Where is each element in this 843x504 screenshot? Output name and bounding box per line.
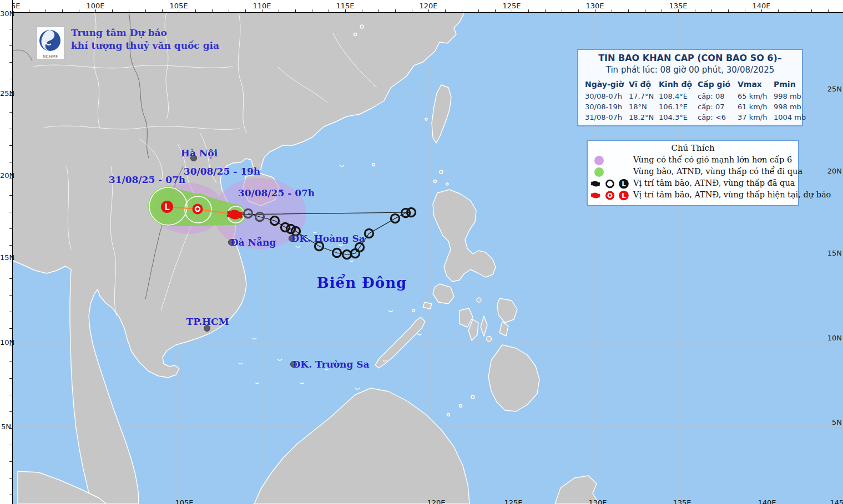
forecast-table-cell: 998 mb bbox=[774, 103, 801, 111]
forecast-table-cell: cấp: 08 bbox=[698, 92, 724, 100]
forecast-table-cell: cấp: 07 bbox=[698, 103, 724, 111]
forecast-table-cell: 1004 mb bbox=[774, 113, 806, 121]
forecast-table-header: Vmax bbox=[738, 80, 762, 89]
longitude-label: 140E bbox=[752, 2, 770, 10]
latitude-tick bbox=[9, 461, 12, 462]
land-islet bbox=[360, 25, 364, 28]
forecast-table-cell: 37 km/h bbox=[738, 113, 768, 121]
longitude-tick bbox=[245, 9, 246, 12]
forecast-table-cell: 18.2°N bbox=[629, 113, 654, 121]
longitude-tick bbox=[711, 9, 712, 12]
latitude-tick bbox=[9, 112, 12, 113]
longitude-tick bbox=[478, 9, 479, 12]
legend-item: Vị trí tâm bão, ATNĐ, vùng thấp đã qua bbox=[588, 178, 798, 190]
longitude-label-bottom: 135E bbox=[673, 498, 691, 504]
longitude-tick bbox=[129, 9, 129, 12]
legend-marker-icon bbox=[619, 179, 629, 189]
latitude-tick bbox=[9, 29, 12, 29]
city-label: ĐK. Hoàng Sa bbox=[291, 233, 365, 244]
latitude-tick bbox=[9, 362, 12, 362]
forecast-table-cell: cấp: <6 bbox=[698, 113, 726, 121]
latitude-label: 20N bbox=[0, 171, 11, 180]
forecast-table-cell: 998 mb bbox=[774, 92, 801, 100]
current-storm-center bbox=[229, 211, 241, 218]
agency-branding: NCHMF Trung tâm Dự báo khí tượng thuỷ vă… bbox=[37, 27, 219, 60]
latitude-tick bbox=[9, 395, 12, 395]
legend-marker-icon bbox=[592, 193, 599, 197]
latitude-tick bbox=[9, 278, 12, 279]
longitude-tick bbox=[362, 9, 362, 12]
forecast-table-cell: 30/08-19h bbox=[585, 103, 622, 111]
nchmf-logo: NCHMF bbox=[37, 27, 64, 60]
latitude-label-right: 5N bbox=[832, 418, 842, 426]
city-label: ĐK. Trường Sa bbox=[292, 359, 370, 370]
green-area-swatch bbox=[594, 167, 604, 177]
longitude-tick bbox=[195, 9, 196, 12]
latitude-tick bbox=[9, 245, 12, 246]
forecast-position-lcircle bbox=[161, 201, 173, 213]
land-islet bbox=[434, 180, 437, 183]
legend-item-label: Vị trí tâm bão, ATNĐ, vùng thấp đã qua bbox=[633, 179, 795, 187]
latitude-tick bbox=[9, 478, 12, 478]
longitude-label-bottom: 125E bbox=[504, 498, 522, 504]
longitude-tick bbox=[695, 9, 695, 12]
legend-item: Vùng bão, ATNĐ, vùng thấp có thể đi qua bbox=[588, 166, 798, 178]
land-islet bbox=[425, 118, 427, 120]
land-islet bbox=[423, 302, 432, 309]
longitude-label: 105E bbox=[169, 2, 188, 10]
latitude-tick bbox=[9, 328, 12, 329]
longitude-label: 125E bbox=[502, 2, 521, 10]
latitude-label-right: 25N bbox=[827, 85, 842, 93]
longitude-tick bbox=[662, 9, 662, 12]
forecast-time-label: 31/08/25 - 07h bbox=[109, 174, 185, 185]
longitude-tick bbox=[495, 9, 496, 12]
forecast-table-header: Ngày-giờ bbox=[585, 80, 624, 89]
latitude-tick bbox=[9, 445, 12, 445]
longitude-tick bbox=[229, 9, 229, 12]
city-label: TP.HCM bbox=[186, 316, 229, 327]
longitude-tick bbox=[811, 9, 812, 12]
latitude-label: 10N bbox=[0, 338, 11, 347]
org-name-line1: Trung tâm Dự báo bbox=[71, 27, 219, 39]
forecast-table-cell: 18°N bbox=[629, 103, 647, 111]
legend-marker-icon bbox=[619, 191, 629, 201]
city-label: Đà Nẵng bbox=[230, 237, 276, 248]
forecast-table-cell: 106.1°E bbox=[659, 103, 688, 111]
land-islet bbox=[460, 405, 462, 408]
legend-symbol-past-markers bbox=[588, 178, 632, 190]
latitude-axis-band: 30N25N20N15N10N5N bbox=[0, 0, 13, 504]
longitude-tick bbox=[545, 9, 546, 12]
legend-marker-icon bbox=[605, 191, 614, 200]
longitude-label: 115E bbox=[336, 2, 354, 10]
land-islet bbox=[440, 170, 443, 174]
longitude-tick bbox=[212, 9, 213, 12]
city-label: Hà Nội bbox=[181, 147, 218, 159]
forecast-table-cell: 104.3°E bbox=[659, 113, 688, 121]
longitude-tick bbox=[745, 9, 745, 12]
longitude-tick bbox=[145, 9, 146, 12]
legend-box: Chú Thích Vùng có thể có gió mạnh lớn hơ… bbox=[587, 140, 799, 206]
latitude-tick bbox=[9, 262, 12, 262]
forecast-table-header: Kinh độ bbox=[659, 80, 692, 89]
legend-item-label: Vùng có thể có gió mạnh lớn hơn cấp 6 bbox=[633, 155, 792, 164]
longitude-tick bbox=[612, 9, 612, 12]
longitude-label-bottom: 130E bbox=[588, 498, 607, 504]
longitude-label: 100E bbox=[86, 2, 104, 10]
legend-item: Vị trí tâm bão, ATNĐ, vùng thấp hiện tại… bbox=[588, 190, 798, 201]
latitude-tick bbox=[9, 312, 12, 312]
latitude-tick bbox=[9, 145, 12, 146]
longitude-tick bbox=[112, 9, 113, 12]
longitude-tick bbox=[412, 9, 412, 12]
land-masbate bbox=[477, 298, 481, 302]
land-islet bbox=[372, 164, 375, 166]
forecast-position-low bbox=[193, 204, 203, 215]
land-bohol bbox=[487, 337, 492, 342]
longitude-label: 120E bbox=[419, 2, 437, 10]
forecast-table-cell: 17.7°N bbox=[629, 92, 654, 100]
longitude-label: 130E bbox=[585, 2, 604, 10]
longitude-tick bbox=[462, 9, 462, 12]
latitude-label: 30N bbox=[0, 9, 11, 18]
forecast-table-header: Cấp gió bbox=[698, 80, 730, 89]
longitude-tick bbox=[312, 9, 312, 12]
longitude-tick bbox=[46, 9, 46, 12]
